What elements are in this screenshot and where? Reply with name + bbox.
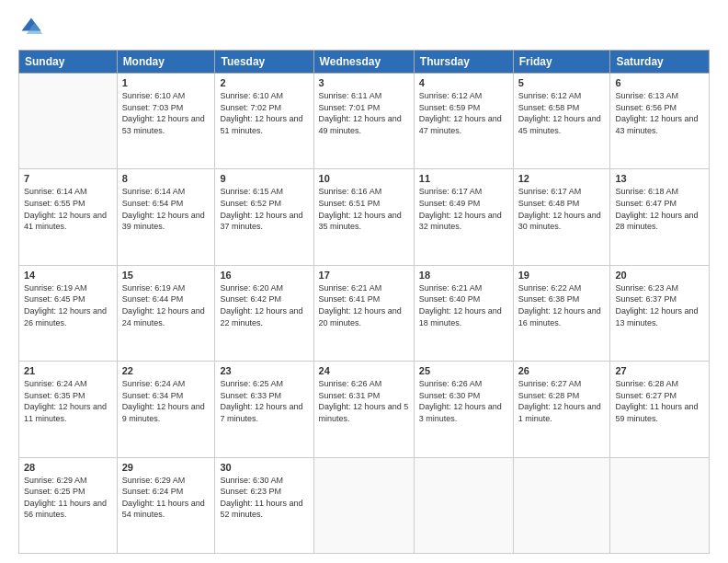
day-number: 1 <box>122 77 210 88</box>
day-info: Sunrise: 6:21 AMSunset: 6:41 PMDaylight:… <box>319 282 409 328</box>
day-info: Sunrise: 6:19 AMSunset: 6:44 PMDaylight:… <box>122 282 210 328</box>
page: SundayMondayTuesdayWednesdayThursdayFrid… <box>0 0 728 563</box>
day-info: Sunrise: 6:29 AMSunset: 6:24 PMDaylight:… <box>122 475 210 521</box>
header <box>18 15 710 40</box>
calendar-week-row: 7Sunrise: 6:14 AMSunset: 6:55 PMDaylight… <box>19 169 710 265</box>
calendar-cell: 26Sunrise: 6:27 AMSunset: 6:28 PMDayligh… <box>513 362 610 457</box>
day-number: 25 <box>419 365 508 376</box>
calendar-cell <box>513 457 610 553</box>
calendar-week-row: 14Sunrise: 6:19 AMSunset: 6:45 PMDayligh… <box>19 265 710 361</box>
day-number: 9 <box>220 173 308 184</box>
calendar-cell <box>414 457 513 553</box>
calendar-header-monday: Monday <box>117 51 215 74</box>
calendar-header-friday: Friday <box>513 51 610 74</box>
day-info: Sunrise: 6:21 AMSunset: 6:40 PMDaylight:… <box>419 282 508 328</box>
day-number: 4 <box>419 77 508 88</box>
calendar-header-row: SundayMondayTuesdayWednesdayThursdayFrid… <box>19 51 710 74</box>
calendar-cell: 25Sunrise: 6:26 AMSunset: 6:30 PMDayligh… <box>414 362 513 457</box>
day-info: Sunrise: 6:22 AMSunset: 6:38 PMDaylight:… <box>518 282 606 328</box>
calendar-cell: 12Sunrise: 6:17 AMSunset: 6:48 PMDayligh… <box>513 169 610 265</box>
day-number: 30 <box>220 462 308 473</box>
day-number: 29 <box>122 462 210 473</box>
day-number: 13 <box>615 173 704 184</box>
logo <box>18 15 48 40</box>
calendar-cell: 2Sunrise: 6:10 AMSunset: 7:02 PMDaylight… <box>215 74 313 169</box>
calendar-header-thursday: Thursday <box>414 51 513 74</box>
calendar-cell: 14Sunrise: 6:19 AMSunset: 6:45 PMDayligh… <box>19 265 118 361</box>
calendar-header-saturday: Saturday <box>610 51 710 74</box>
calendar-cell: 28Sunrise: 6:29 AMSunset: 6:25 PMDayligh… <box>19 457 118 553</box>
calendar-cell: 5Sunrise: 6:12 AMSunset: 6:58 PMDaylight… <box>513 74 610 169</box>
day-info: Sunrise: 6:16 AMSunset: 6:51 PMDaylight:… <box>319 186 409 232</box>
calendar-header-wednesday: Wednesday <box>313 51 414 74</box>
day-number: 21 <box>24 365 112 376</box>
day-number: 26 <box>518 365 606 376</box>
calendar-cell: 6Sunrise: 6:13 AMSunset: 6:56 PMDaylight… <box>610 74 710 169</box>
calendar-cell: 29Sunrise: 6:29 AMSunset: 6:24 PMDayligh… <box>117 457 215 553</box>
day-info: Sunrise: 6:29 AMSunset: 6:25 PMDaylight:… <box>24 475 112 521</box>
calendar-cell: 22Sunrise: 6:24 AMSunset: 6:34 PMDayligh… <box>117 362 215 457</box>
day-info: Sunrise: 6:24 AMSunset: 6:35 PMDaylight:… <box>24 378 112 424</box>
calendar-week-row: 28Sunrise: 6:29 AMSunset: 6:25 PMDayligh… <box>19 457 710 553</box>
day-number: 20 <box>615 270 704 281</box>
day-info: Sunrise: 6:27 AMSunset: 6:28 PMDaylight:… <box>518 378 606 424</box>
calendar-cell: 30Sunrise: 6:30 AMSunset: 6:23 PMDayligh… <box>215 457 313 553</box>
calendar-week-row: 21Sunrise: 6:24 AMSunset: 6:35 PMDayligh… <box>19 362 710 457</box>
calendar-cell: 20Sunrise: 6:23 AMSunset: 6:37 PMDayligh… <box>610 265 710 361</box>
calendar-cell: 18Sunrise: 6:21 AMSunset: 6:40 PMDayligh… <box>414 265 513 361</box>
day-number: 10 <box>319 173 409 184</box>
day-info: Sunrise: 6:23 AMSunset: 6:37 PMDaylight:… <box>615 282 704 328</box>
day-info: Sunrise: 6:26 AMSunset: 6:31 PMDaylight:… <box>319 378 409 424</box>
day-info: Sunrise: 6:12 AMSunset: 6:58 PMDaylight:… <box>518 90 606 136</box>
day-number: 18 <box>419 270 508 281</box>
day-number: 28 <box>24 462 112 473</box>
day-info: Sunrise: 6:14 AMSunset: 6:54 PMDaylight:… <box>122 186 210 232</box>
day-number: 17 <box>319 270 409 281</box>
calendar-cell <box>313 457 414 553</box>
day-number: 3 <box>319 77 409 88</box>
day-number: 2 <box>220 77 308 88</box>
day-number: 8 <box>122 173 210 184</box>
day-info: Sunrise: 6:20 AMSunset: 6:42 PMDaylight:… <box>220 282 308 328</box>
calendar-cell: 4Sunrise: 6:12 AMSunset: 6:59 PMDaylight… <box>414 74 513 169</box>
calendar-cell: 23Sunrise: 6:25 AMSunset: 6:33 PMDayligh… <box>215 362 313 457</box>
day-number: 11 <box>419 173 508 184</box>
day-info: Sunrise: 6:18 AMSunset: 6:47 PMDaylight:… <box>615 186 704 232</box>
calendar-cell: 15Sunrise: 6:19 AMSunset: 6:44 PMDayligh… <box>117 265 215 361</box>
day-info: Sunrise: 6:13 AMSunset: 6:56 PMDaylight:… <box>615 90 704 136</box>
calendar-cell: 17Sunrise: 6:21 AMSunset: 6:41 PMDayligh… <box>313 265 414 361</box>
day-number: 19 <box>518 270 606 281</box>
calendar-cell: 19Sunrise: 6:22 AMSunset: 6:38 PMDayligh… <box>513 265 610 361</box>
calendar-cell: 16Sunrise: 6:20 AMSunset: 6:42 PMDayligh… <box>215 265 313 361</box>
calendar-cell: 1Sunrise: 6:10 AMSunset: 7:03 PMDaylight… <box>117 74 215 169</box>
calendar-cell: 7Sunrise: 6:14 AMSunset: 6:55 PMDaylight… <box>19 169 118 265</box>
day-info: Sunrise: 6:17 AMSunset: 6:49 PMDaylight:… <box>419 186 508 232</box>
day-info: Sunrise: 6:10 AMSunset: 7:02 PMDaylight:… <box>220 90 308 136</box>
day-info: Sunrise: 6:10 AMSunset: 7:03 PMDaylight:… <box>122 90 210 136</box>
calendar-cell: 21Sunrise: 6:24 AMSunset: 6:35 PMDayligh… <box>19 362 118 457</box>
day-info: Sunrise: 6:24 AMSunset: 6:34 PMDaylight:… <box>122 378 210 424</box>
day-number: 5 <box>518 77 606 88</box>
day-number: 7 <box>24 173 112 184</box>
calendar-cell: 24Sunrise: 6:26 AMSunset: 6:31 PMDayligh… <box>313 362 414 457</box>
day-number: 16 <box>220 270 308 281</box>
logo-icon <box>18 15 44 40</box>
day-number: 22 <box>122 365 210 376</box>
day-info: Sunrise: 6:30 AMSunset: 6:23 PMDaylight:… <box>220 475 308 521</box>
day-info: Sunrise: 6:17 AMSunset: 6:48 PMDaylight:… <box>518 186 606 232</box>
day-number: 24 <box>319 365 409 376</box>
day-info: Sunrise: 6:15 AMSunset: 6:52 PMDaylight:… <box>220 186 308 232</box>
calendar-header-tuesday: Tuesday <box>215 51 313 74</box>
calendar-cell: 13Sunrise: 6:18 AMSunset: 6:47 PMDayligh… <box>610 169 710 265</box>
day-number: 23 <box>220 365 308 376</box>
calendar-table: SundayMondayTuesdayWednesdayThursdayFrid… <box>18 50 710 554</box>
calendar-cell <box>610 457 710 553</box>
calendar-header-sunday: Sunday <box>19 51 118 74</box>
calendar-week-row: 1Sunrise: 6:10 AMSunset: 7:03 PMDaylight… <box>19 74 710 169</box>
calendar-cell: 10Sunrise: 6:16 AMSunset: 6:51 PMDayligh… <box>313 169 414 265</box>
calendar-cell <box>19 74 118 169</box>
day-number: 12 <box>518 173 606 184</box>
calendar-cell: 27Sunrise: 6:28 AMSunset: 6:27 PMDayligh… <box>610 362 710 457</box>
day-number: 14 <box>24 270 112 281</box>
day-info: Sunrise: 6:11 AMSunset: 7:01 PMDaylight:… <box>319 90 409 136</box>
